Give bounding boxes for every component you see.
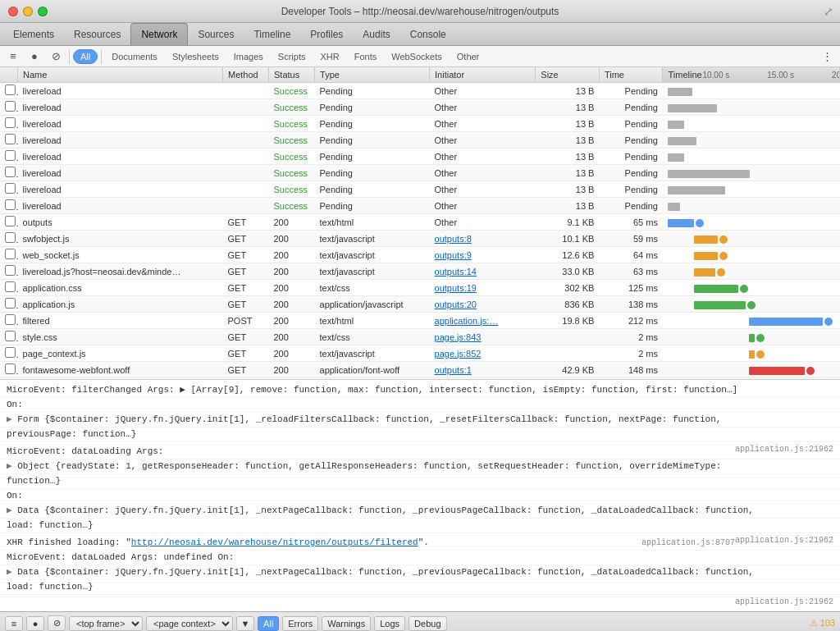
row-checkbox[interactable] <box>5 281 16 292</box>
console-file-ref[interactable]: application.js:21962 <box>735 443 833 455</box>
table-row[interactable]: livereloadSuccessPendingOther13 BPending <box>0 165 840 181</box>
col-header-timeline[interactable]: Timeline 10.00 s 15.00 s 20.00 s <box>663 67 840 83</box>
row-checkbox[interactable] <box>5 134 16 144</box>
row-checkbox[interactable] <box>5 232 16 243</box>
row-checkbox[interactable] <box>5 167 16 177</box>
row-checkbox[interactable] <box>5 199 16 210</box>
console-file-ref[interactable]: application.js:8707 <box>641 537 735 549</box>
list-icon-btn[interactable]: ≡ <box>3 48 23 66</box>
table-row[interactable]: livereloadSuccessPendingOther13 BPending <box>0 198 840 214</box>
table-row[interactable]: web_socket.jsGET200text/javascriptoutput… <box>0 247 840 263</box>
table-row[interactable]: livereloadSuccessPendingOther13 BPending <box>0 149 840 165</box>
tab-resources[interactable]: Resources <box>64 23 130 45</box>
row-checkbox[interactable] <box>5 314 16 325</box>
filter-images[interactable]: Images <box>227 50 270 63</box>
table-row[interactable]: filteredPOST200text/htmlapplication.js:…… <box>0 313 840 329</box>
col-header-status[interactable]: Status <box>269 67 315 83</box>
expand-arrow[interactable]: ▶ <box>7 505 12 515</box>
table-row[interactable]: livereloadSuccessPendingOther13 BPending <box>0 132 840 149</box>
expand-icon[interactable]: ⤢ <box>824 5 833 18</box>
tab-timeline[interactable]: Timeline <box>244 23 300 45</box>
console-record-btn[interactable]: ● <box>26 616 44 631</box>
filter-scripts[interactable]: Scripts <box>272 50 313 63</box>
row-checkbox[interactable] <box>5 265 16 276</box>
maximize-button[interactable] <box>38 7 48 16</box>
context-selector[interactable]: <page context> <box>146 616 233 631</box>
row-checkbox[interactable] <box>5 101 16 112</box>
tab-sources[interactable]: Sources <box>188 23 244 45</box>
clear-btn[interactable]: ⊘ <box>46 48 66 66</box>
filter-documents[interactable]: Documents <box>105 50 164 63</box>
filter-xhr[interactable]: XHR <box>313 50 345 63</box>
row-checkbox[interactable] <box>5 298 16 309</box>
row-checkbox[interactable] <box>5 216 16 226</box>
xhr-link[interactable]: http://neosai.dev/warehouse/nitrogen/out… <box>131 537 418 547</box>
col-header-method[interactable]: Method <box>222 67 268 83</box>
filter-other[interactable]: Other <box>450 50 486 63</box>
console-file-ref[interactable]: application.js:21962 <box>735 534 833 546</box>
tab-profiles[interactable]: Profiles <box>300 23 353 45</box>
cell-initiator[interactable]: application.js:… <box>430 313 536 329</box>
frame-selector[interactable]: <top frame> <box>69 616 143 631</box>
console-all-btn[interactable]: All <box>258 616 279 631</box>
col-header-type[interactable]: Type <box>315 67 430 83</box>
cell-time: Pending <box>599 149 663 165</box>
row-checkbox[interactable] <box>5 150 16 161</box>
table-row[interactable]: swfobject.jsGET200text/javascriptoutputs… <box>0 231 840 247</box>
filter-all-btn[interactable]: All <box>73 49 98 64</box>
row-checkbox[interactable] <box>5 347 16 358</box>
table-row[interactable]: application.jsGET200application/javascri… <box>0 296 840 313</box>
cell-initiator[interactable]: outputs:1 <box>430 362 536 378</box>
table-row[interactable]: livereload.js?host=neosai.dev&minde…GET2… <box>0 263 840 280</box>
expand-arrow[interactable]: ▶ <box>7 567 12 577</box>
filter-stylesheets[interactable]: Stylesheets <box>166 50 226 63</box>
table-row[interactable]: livereloadSuccessPendingOther13 BPending <box>0 116 840 132</box>
tab-audits[interactable]: Audits <box>353 23 399 45</box>
table-row[interactable]: livereloadSuccessPendingOther13 BPending <box>0 181 840 198</box>
table-row[interactable]: livereloadSuccessPendingOther13 BPending <box>0 99 840 116</box>
col-header-name[interactable]: Name <box>18 67 223 83</box>
table-row[interactable]: application.cssGET200text/cssoutputs:193… <box>0 280 840 296</box>
cell-initiator[interactable]: outputs:14 <box>430 263 536 280</box>
cell-method <box>222 181 268 198</box>
console-list-btn[interactable]: ≡ <box>5 616 23 631</box>
tab-console[interactable]: Console <box>400 23 456 45</box>
table-row[interactable]: livereloadSuccessPendingOther13 BPending <box>0 83 840 99</box>
col-header-initiator[interactable]: Initiator <box>430 67 536 83</box>
col-header-size[interactable]: Size <box>536 67 600 83</box>
cell-initiator[interactable]: page.js:843 <box>430 329 536 345</box>
cell-initiator[interactable]: page.js:852 <box>430 345 536 362</box>
table-row[interactable]: page_context.jsGET200text/javascriptpage… <box>0 345 840 362</box>
tab-network[interactable]: Network <box>130 23 188 45</box>
cell-initiator[interactable]: outputs:19 <box>430 280 536 296</box>
console-file-ref[interactable]: application.js:21962 <box>735 596 833 608</box>
row-checkbox[interactable] <box>5 249 16 259</box>
record-btn[interactable]: ● <box>25 48 44 66</box>
row-checkbox[interactable] <box>5 364 16 374</box>
row-checkbox[interactable] <box>5 117 16 128</box>
row-checkbox[interactable] <box>5 331 16 341</box>
close-button[interactable] <box>8 7 18 16</box>
console-clear-btn[interactable]: ⊘ <box>48 615 66 631</box>
cell-initiator[interactable]: outputs:20 <box>430 296 536 313</box>
col-header-time[interactable]: Time <box>599 67 663 83</box>
console-warnings-btn[interactable]: Warnings <box>322 616 371 631</box>
table-row[interactable]: style.cssGET200text/csspage.js:8432 ms <box>0 329 840 345</box>
console-errors-btn[interactable]: Errors <box>282 616 318 631</box>
filter-websockets[interactable]: WebSockets <box>385 50 449 63</box>
console-debug-btn[interactable]: Debug <box>409 616 446 631</box>
cell-initiator[interactable]: outputs:8 <box>430 231 536 247</box>
row-checkbox[interactable] <box>5 183 16 194</box>
cell-initiator[interactable]: outputs:9 <box>430 247 536 263</box>
table-row[interactable]: outputsGET200text/htmlOther9.1 KB65 ms <box>0 214 840 231</box>
expand-arrow[interactable]: ▶ <box>7 414 12 424</box>
filter-dropdown-btn[interactable]: ▼ <box>236 616 254 631</box>
console-logs-btn[interactable]: Logs <box>374 616 405 631</box>
table-row[interactable]: fontawesome-webfont.woffGET200applicatio… <box>0 362 840 378</box>
row-checkbox[interactable] <box>5 85 16 95</box>
minimize-button[interactable] <box>23 7 33 16</box>
expand-arrow[interactable]: ▶ <box>7 461 12 471</box>
tab-elements[interactable]: Elements <box>3 23 64 45</box>
options-btn[interactable]: ⋮ <box>817 48 837 66</box>
filter-fonts[interactable]: Fonts <box>348 50 384 63</box>
